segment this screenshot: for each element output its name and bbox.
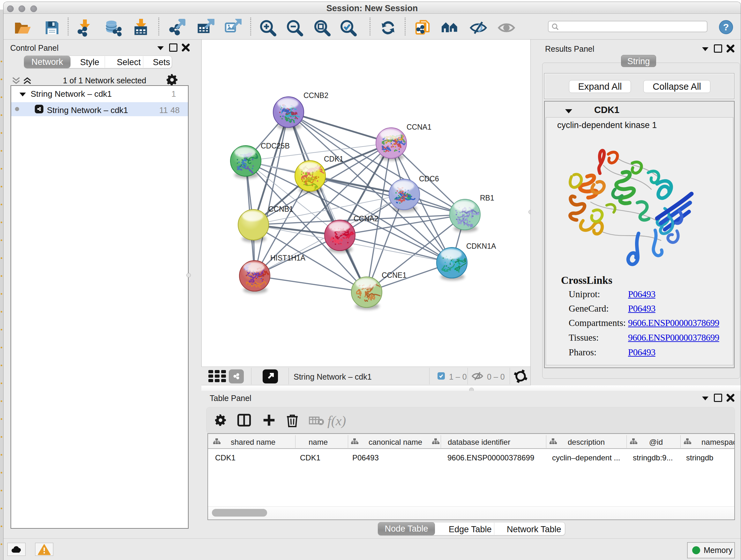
svg-text:CDKN1A: CDKN1A	[466, 242, 496, 250]
svg-text:CCNB1: CCNB1	[268, 205, 293, 213]
svg-text:CCNB2: CCNB2	[304, 91, 328, 100]
svg-text:?: ?	[723, 22, 729, 32]
svg-text:HIST1H1A: HIST1H1A	[270, 254, 306, 262]
svg-text:CCNA1: CCNA1	[407, 123, 431, 131]
svg-text:CDC6: CDC6	[419, 175, 439, 183]
svg-text:CDC25B: CDC25B	[261, 142, 290, 150]
svg-text:CDK1: CDK1	[324, 155, 343, 163]
svg-text:RB1: RB1	[480, 194, 494, 202]
svg-text:CCNA2: CCNA2	[354, 214, 379, 223]
svg-text:CCNE1: CCNE1	[382, 271, 407, 279]
